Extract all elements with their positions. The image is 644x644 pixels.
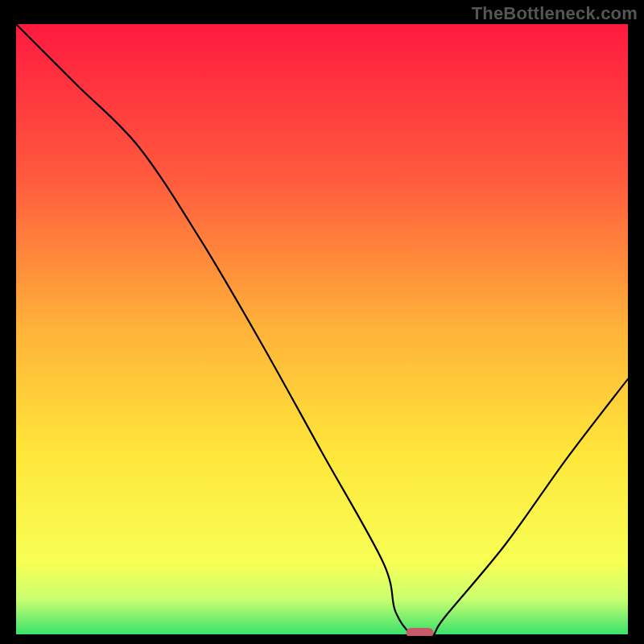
chart-svg: [16, 24, 628, 636]
watermark-text: TheBottleneck.com: [472, 3, 638, 24]
gradient-background: [16, 24, 628, 636]
current-point-marker: [407, 628, 434, 636]
v-curve-chart: [16, 24, 628, 636]
marker-layer: [407, 628, 434, 636]
chart-container: TheBottleneck.com: [0, 0, 644, 644]
